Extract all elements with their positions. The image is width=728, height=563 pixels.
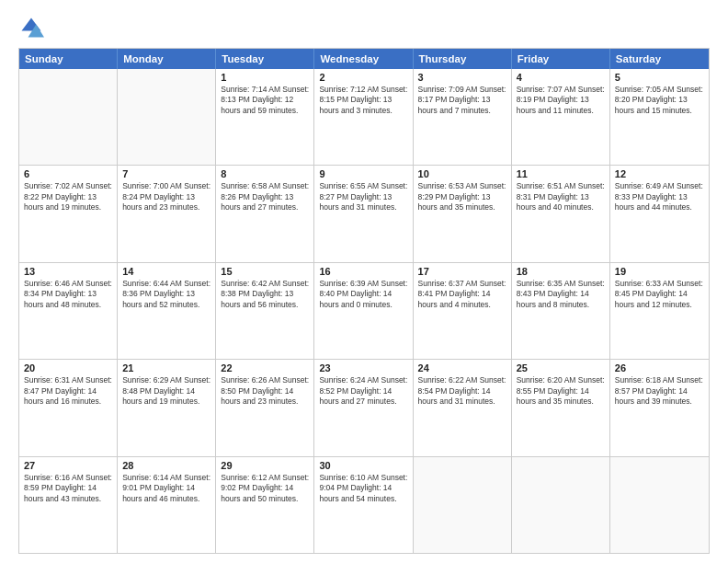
logo-icon xyxy=(18,15,44,40)
day-info: Sunrise: 7:14 AM Sunset: 8:13 PM Dayligh… xyxy=(221,85,309,116)
day-number: 17 xyxy=(418,266,506,277)
day-info: Sunrise: 6:39 AM Sunset: 8:40 PM Dayligh… xyxy=(319,279,407,310)
day-cell-21: 21Sunrise: 6:29 AM Sunset: 8:48 PM Dayli… xyxy=(118,360,216,455)
header-day-friday: Friday xyxy=(512,49,610,69)
calendar-row-3: 13Sunrise: 6:46 AM Sunset: 8:34 PM Dayli… xyxy=(19,262,709,359)
calendar-body: 1Sunrise: 7:14 AM Sunset: 8:13 PM Daylig… xyxy=(19,69,709,553)
day-cell-3: 3Sunrise: 7:09 AM Sunset: 8:17 PM Daylig… xyxy=(414,69,512,165)
day-info: Sunrise: 6:14 AM Sunset: 9:01 PM Dayligh… xyxy=(122,473,210,504)
day-cell-15: 15Sunrise: 6:42 AM Sunset: 8:38 PM Dayli… xyxy=(216,263,314,359)
day-info: Sunrise: 6:26 AM Sunset: 8:50 PM Dayligh… xyxy=(221,375,309,407)
day-info: Sunrise: 7:12 AM Sunset: 8:15 PM Dayligh… xyxy=(319,85,407,116)
empty-cell xyxy=(512,457,610,553)
header-day-sunday: Sunday xyxy=(19,49,118,69)
day-number: 20 xyxy=(24,362,112,373)
day-number: 30 xyxy=(319,460,407,471)
day-info: Sunrise: 6:53 AM Sunset: 8:29 PM Dayligh… xyxy=(418,181,506,213)
day-cell-25: 25Sunrise: 6:20 AM Sunset: 8:55 PM Dayli… xyxy=(512,360,610,455)
day-cell-11: 11Sunrise: 6:51 AM Sunset: 8:31 PM Dayli… xyxy=(512,166,610,261)
day-info: Sunrise: 6:46 AM Sunset: 8:34 PM Dayligh… xyxy=(24,279,112,310)
day-number: 6 xyxy=(24,168,112,179)
day-cell-6: 6Sunrise: 7:02 AM Sunset: 8:22 PM Daylig… xyxy=(19,166,118,261)
day-number: 1 xyxy=(221,72,309,83)
day-cell-27: 27Sunrise: 6:16 AM Sunset: 8:59 PM Dayli… xyxy=(19,457,118,553)
day-number: 24 xyxy=(418,362,506,373)
day-info: Sunrise: 6:42 AM Sunset: 8:38 PM Dayligh… xyxy=(221,279,309,310)
day-number: 14 xyxy=(122,266,210,277)
day-cell-24: 24Sunrise: 6:22 AM Sunset: 8:54 PM Dayli… xyxy=(414,360,512,455)
day-info: Sunrise: 6:33 AM Sunset: 8:45 PM Dayligh… xyxy=(615,279,704,310)
day-number: 4 xyxy=(517,72,605,83)
empty-cell xyxy=(610,457,709,553)
day-info: Sunrise: 6:18 AM Sunset: 8:57 PM Dayligh… xyxy=(615,375,704,407)
day-info: Sunrise: 7:05 AM Sunset: 8:20 PM Dayligh… xyxy=(615,85,704,116)
day-number: 15 xyxy=(221,266,309,277)
day-number: 16 xyxy=(319,266,407,277)
day-cell-5: 5Sunrise: 7:05 AM Sunset: 8:20 PM Daylig… xyxy=(610,69,709,165)
day-cell-7: 7Sunrise: 7:00 AM Sunset: 8:24 PM Daylig… xyxy=(118,166,216,261)
calendar-row-2: 6Sunrise: 7:02 AM Sunset: 8:22 PM Daylig… xyxy=(19,165,709,261)
day-cell-20: 20Sunrise: 6:31 AM Sunset: 8:47 PM Dayli… xyxy=(19,360,118,455)
day-info: Sunrise: 6:51 AM Sunset: 8:31 PM Dayligh… xyxy=(517,181,605,213)
day-number: 18 xyxy=(517,266,605,277)
header xyxy=(18,15,710,40)
day-info: Sunrise: 7:07 AM Sunset: 8:19 PM Dayligh… xyxy=(517,85,605,116)
day-info: Sunrise: 6:22 AM Sunset: 8:54 PM Dayligh… xyxy=(418,375,506,407)
day-info: Sunrise: 6:10 AM Sunset: 9:04 PM Dayligh… xyxy=(319,473,407,504)
day-cell-23: 23Sunrise: 6:24 AM Sunset: 8:52 PM Dayli… xyxy=(314,360,413,455)
day-number: 29 xyxy=(221,460,309,471)
empty-cell xyxy=(118,69,216,165)
day-number: 27 xyxy=(24,460,112,471)
calendar-header: SundayMondayTuesdayWednesdayThursdayFrid… xyxy=(19,49,709,69)
page: SundayMondayTuesdayWednesdayThursdayFrid… xyxy=(0,0,728,563)
day-info: Sunrise: 6:24 AM Sunset: 8:52 PM Dayligh… xyxy=(319,375,407,407)
header-day-monday: Monday xyxy=(118,49,216,69)
day-info: Sunrise: 6:31 AM Sunset: 8:47 PM Dayligh… xyxy=(24,375,112,407)
day-number: 2 xyxy=(319,72,407,83)
day-number: 5 xyxy=(615,72,704,83)
day-number: 19 xyxy=(615,266,704,277)
day-cell-1: 1Sunrise: 7:14 AM Sunset: 8:13 PM Daylig… xyxy=(216,69,314,165)
day-info: Sunrise: 6:16 AM Sunset: 8:59 PM Dayligh… xyxy=(24,473,112,504)
day-number: 21 xyxy=(122,362,210,373)
day-cell-9: 9Sunrise: 6:55 AM Sunset: 8:27 PM Daylig… xyxy=(314,166,413,261)
day-cell-28: 28Sunrise: 6:14 AM Sunset: 9:01 PM Dayli… xyxy=(118,457,216,553)
header-day-thursday: Thursday xyxy=(414,49,512,69)
day-cell-16: 16Sunrise: 6:39 AM Sunset: 8:40 PM Dayli… xyxy=(314,263,413,359)
day-cell-29: 29Sunrise: 6:12 AM Sunset: 9:02 PM Dayli… xyxy=(216,457,314,553)
day-cell-30: 30Sunrise: 6:10 AM Sunset: 9:04 PM Dayli… xyxy=(314,457,413,553)
day-cell-10: 10Sunrise: 6:53 AM Sunset: 8:29 PM Dayli… xyxy=(414,166,512,261)
day-info: Sunrise: 7:00 AM Sunset: 8:24 PM Dayligh… xyxy=(122,181,210,213)
day-info: Sunrise: 7:09 AM Sunset: 8:17 PM Dayligh… xyxy=(418,85,506,116)
day-cell-14: 14Sunrise: 6:44 AM Sunset: 8:36 PM Dayli… xyxy=(118,263,216,359)
day-info: Sunrise: 6:37 AM Sunset: 8:41 PM Dayligh… xyxy=(418,279,506,310)
header-day-wednesday: Wednesday xyxy=(314,49,413,69)
day-number: 25 xyxy=(517,362,605,373)
day-info: Sunrise: 6:29 AM Sunset: 8:48 PM Dayligh… xyxy=(122,375,210,407)
day-number: 23 xyxy=(319,362,407,373)
day-number: 11 xyxy=(517,168,605,179)
day-cell-2: 2Sunrise: 7:12 AM Sunset: 8:15 PM Daylig… xyxy=(314,69,413,165)
day-cell-18: 18Sunrise: 6:35 AM Sunset: 8:43 PM Dayli… xyxy=(512,263,610,359)
day-number: 28 xyxy=(122,460,210,471)
day-cell-13: 13Sunrise: 6:46 AM Sunset: 8:34 PM Dayli… xyxy=(19,263,118,359)
calendar-row-5: 27Sunrise: 6:16 AM Sunset: 8:59 PM Dayli… xyxy=(19,456,709,553)
logo xyxy=(18,15,48,40)
day-cell-4: 4Sunrise: 7:07 AM Sunset: 8:19 PM Daylig… xyxy=(512,69,610,165)
day-number: 26 xyxy=(615,362,704,373)
day-info: Sunrise: 6:12 AM Sunset: 9:02 PM Dayligh… xyxy=(221,473,309,504)
day-info: Sunrise: 6:49 AM Sunset: 8:33 PM Dayligh… xyxy=(615,181,704,213)
day-info: Sunrise: 6:58 AM Sunset: 8:26 PM Dayligh… xyxy=(221,181,309,213)
day-info: Sunrise: 6:44 AM Sunset: 8:36 PM Dayligh… xyxy=(122,279,210,310)
day-number: 7 xyxy=(122,168,210,179)
header-day-tuesday: Tuesday xyxy=(216,49,314,69)
day-cell-12: 12Sunrise: 6:49 AM Sunset: 8:33 PM Dayli… xyxy=(610,166,709,261)
day-info: Sunrise: 6:35 AM Sunset: 8:43 PM Dayligh… xyxy=(517,279,605,310)
day-number: 9 xyxy=(319,168,407,179)
day-cell-8: 8Sunrise: 6:58 AM Sunset: 8:26 PM Daylig… xyxy=(216,166,314,261)
day-info: Sunrise: 7:02 AM Sunset: 8:22 PM Dayligh… xyxy=(24,181,112,213)
day-info: Sunrise: 6:55 AM Sunset: 8:27 PM Dayligh… xyxy=(319,181,407,213)
day-cell-22: 22Sunrise: 6:26 AM Sunset: 8:50 PM Dayli… xyxy=(216,360,314,455)
day-number: 8 xyxy=(221,168,309,179)
header-day-saturday: Saturday xyxy=(610,49,709,69)
